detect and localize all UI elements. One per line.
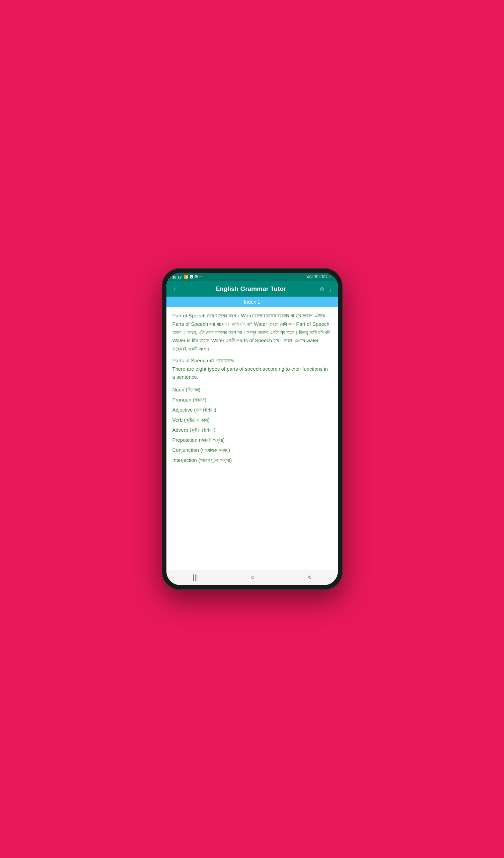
list-item: Preposition (পদাষয়ী অব্যয়) (173, 435, 332, 445)
types-paragraph: Parts of Speech এর প্রকারভেদঃ There are … (173, 356, 332, 381)
index-tab: Index 1 (166, 297, 338, 307)
back-button[interactable]: ← (171, 285, 182, 293)
more-options-button[interactable]: ⋮ (327, 285, 333, 292)
nav-back-button[interactable]: < (307, 573, 311, 581)
recent-apps-button[interactable]: ||| (193, 573, 198, 581)
index-tab-label: Index 1 (244, 299, 260, 305)
app-bar: ← English Grammar Tutor ⎋ ⋮ (166, 281, 338, 297)
list-item: Conjunction (সংযোজক অব্যয়) (173, 445, 332, 455)
parts-of-speech-list: Noun (বিশেষ্য) Pronoun (সর্বনাম) Adjecti… (173, 385, 332, 465)
list-item: Interjection (আবেগ সূচক অব্যয়) (173, 455, 332, 465)
status-time: 16:17 (173, 275, 182, 279)
app-title: English Grammar Tutor (185, 285, 317, 292)
list-item: Adjective (নাম বিশেষণ) (173, 405, 332, 415)
status-left: 16:17 📶 🖼 ⦿ ··· (173, 275, 202, 279)
list-item: Adverb (ক্রীয়া বিশেষণ) (173, 425, 332, 435)
nav-bar: ||| ○ < (166, 570, 338, 585)
list-item: Noun (বিশেষ্য) (173, 385, 332, 395)
phone-screen: 16:17 📶 🖼 ⦿ ··· Vo) LTE LTE2 ↑↓ ← Englis… (166, 273, 338, 585)
network-info: Vo) LTE LTE2 ↑↓ (306, 275, 332, 279)
status-icons: 📶 🖼 ⦿ ··· (184, 275, 202, 279)
content-area[interactable]: Part of Speech মানে বাক্যের অংশ। Word যত… (166, 307, 338, 570)
status-bar: 16:17 📶 🖼 ⦿ ··· Vo) LTE LTE2 ↑↓ (166, 273, 338, 281)
list-item: Verb (ক্রীয়া বা কাজ) (173, 415, 332, 425)
main-paragraph: Part of Speech মানে বাক্যের অংশ। Word যত… (173, 312, 332, 353)
list-item: Pronoun (সর্বনাম) (173, 395, 332, 405)
status-right: Vo) LTE LTE2 ↑↓ (306, 275, 332, 279)
app-bar-actions: ⎋ ⋮ (320, 285, 333, 292)
phone-device: 16:17 📶 🖼 ⦿ ··· Vo) LTE LTE2 ↑↓ ← Englis… (162, 268, 343, 590)
share-button[interactable]: ⎋ (320, 286, 324, 292)
home-button[interactable]: ○ (250, 573, 255, 581)
